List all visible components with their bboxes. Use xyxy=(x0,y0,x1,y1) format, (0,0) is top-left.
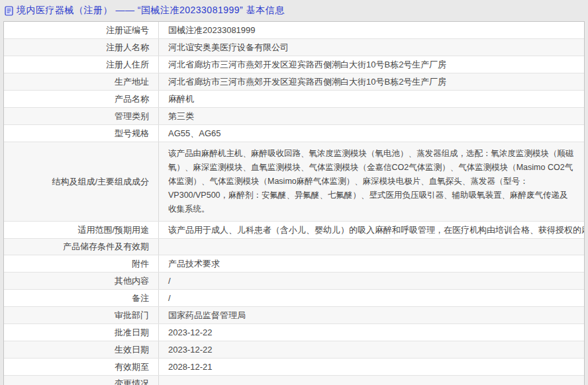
intended-use-label: 适用范围/预期用途 xyxy=(4,222,159,238)
remark-label: 备注 xyxy=(4,290,159,306)
registration-info-table: 注册证编号 国械注准20233081999 注册人名称 河北谊安奥美医疗设备有限… xyxy=(3,21,585,385)
approval-department-label: 审批部门 xyxy=(4,307,159,323)
change-info-label: 变更情况 xyxy=(4,376,159,385)
row-attachment: 附件 产品技术要求 xyxy=(4,255,584,273)
model-spec-label: 型号规格 xyxy=(4,125,159,142)
row-cert-number: 注册证编号 国械注准20233081999 xyxy=(4,22,584,39)
attachment-value: 产品技术要求 xyxy=(159,255,584,272)
row-registrant-address: 注册人住所 河北省廊坊市三河市燕郊开发区迎宾路西侧潮白大街10号B栋2号生产厂房 xyxy=(4,56,584,73)
storage-validity-value xyxy=(159,239,584,255)
other-content-value: / xyxy=(159,273,584,289)
remark-value: / xyxy=(159,290,584,306)
registrant-address-value: 河北省廊坊市三河市燕郊开发区迎宾路西侧潮白大街10号B栋2号生产厂房 xyxy=(159,56,584,73)
row-storage-validity: 产品储存条件及有效期 xyxy=(4,239,584,255)
model-spec-value: AG55、AG65 xyxy=(159,125,584,142)
attachment-label: 附件 xyxy=(4,255,159,272)
expiry-date-label: 有效期至 xyxy=(4,359,159,375)
approval-department-value: 国家药品监督管理局 xyxy=(159,307,584,323)
structure-composition-label: 结构及组成/主要组成成分 xyxy=(4,142,159,221)
production-address-value: 河北省廊坊市三河市燕郊开发区迎宾路西侧潮白大街10号B栋2号生产厂房 xyxy=(159,73,584,90)
production-address-label: 生产地址 xyxy=(4,73,159,90)
expiry-date-value: 2028-12-21 xyxy=(159,359,584,375)
page-header: 境内医疗器械（注册） —— “国械注准20233081999” 基本信息 xyxy=(0,0,588,21)
storage-validity-label: 产品储存条件及有效期 xyxy=(4,239,159,255)
approval-date-value: 2023-12-22 xyxy=(159,324,584,341)
row-product-name: 产品名称 麻醉机 xyxy=(4,91,584,108)
row-management-class: 管理类别 第三类 xyxy=(4,108,584,125)
cert-number-label: 注册证编号 xyxy=(4,22,159,38)
row-registrant-name: 注册人名称 河北谊安奥美医疗设备有限公司 xyxy=(4,39,584,56)
row-remark: 备注 / xyxy=(4,290,584,307)
row-structure-composition: 结构及组成/主要组成成分 该产品由麻醉机主机、麻醉吸收回路、氧浓度监测模块（氧电… xyxy=(4,142,584,222)
row-approval-department: 审批部门 国家药品监督管理局 xyxy=(4,307,584,324)
row-model-spec: 型号规格 AG55、AG65 xyxy=(4,125,584,142)
page-title: 境内医疗器械（注册） —— “国械注准20233081999” 基本信息 xyxy=(17,5,285,17)
product-name-value: 麻醉机 xyxy=(159,91,584,107)
registrant-name-label: 注册人名称 xyxy=(4,39,159,56)
approval-date-label: 批准日期 xyxy=(4,324,159,341)
cert-number-value: 国械注准20233081999 xyxy=(159,22,584,38)
registrant-name-value: 河北谊安奥美医疗设备有限公司 xyxy=(159,39,584,56)
row-effective-date: 生效日期 2023-12-22 xyxy=(4,341,584,359)
intended-use-value: 该产品用于成人、儿科患者（含小儿、婴幼儿）的吸入麻醉和呼吸管理，在医疗机构由培训… xyxy=(159,222,584,238)
row-production-address: 生产地址 河北省廊坊市三河市燕郊开发区迎宾路西侧潮白大街10号B栋2号生产厂房 xyxy=(4,73,584,91)
structure-composition-value: 该产品由麻醉机主机、麻醉吸收回路、氧浓度监测模块（氧电池）、蒸发器组成，选配：氧… xyxy=(159,142,584,221)
management-class-value: 第三类 xyxy=(159,108,584,124)
registrant-address-label: 注册人住所 xyxy=(4,56,159,73)
row-expiry-date: 有效期至 2028-12-21 xyxy=(4,359,584,376)
effective-date-value: 2023-12-22 xyxy=(159,341,584,358)
product-name-label: 产品名称 xyxy=(4,91,159,107)
row-change-info: 变更情况 xyxy=(4,376,584,385)
row-other-content: 其他内容 / xyxy=(4,273,584,290)
row-approval-date: 批准日期 2023-12-22 xyxy=(4,324,584,341)
management-class-label: 管理类别 xyxy=(4,108,159,124)
effective-date-label: 生效日期 xyxy=(4,341,159,358)
other-content-label: 其他内容 xyxy=(4,273,159,289)
change-info-value xyxy=(159,376,584,385)
document-icon xyxy=(5,6,13,16)
row-intended-use: 适用范围/预期用途 该产品用于成人、儿科患者（含小儿、婴幼儿）的吸入麻醉和呼吸管… xyxy=(4,222,584,239)
